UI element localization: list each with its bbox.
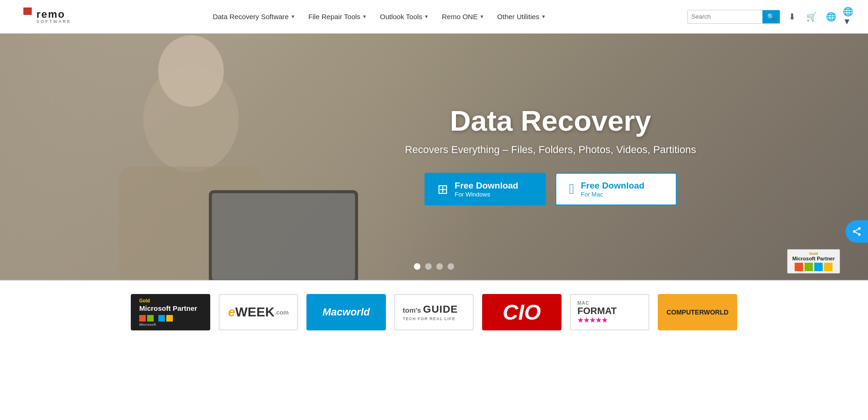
microsoft-partner-logo: Gold Microsoft Partner Microsoft xyxy=(131,294,210,330)
share-button[interactable] xyxy=(846,220,868,243)
mac-btn-main: Free Download xyxy=(581,181,644,191)
nav-item-file-repair[interactable]: File Repair Tools ▼ xyxy=(303,10,372,23)
svg-point-9 xyxy=(858,233,861,236)
download-icon[interactable]: ⬇ xyxy=(784,9,800,25)
microsoft-partner-badge: Gold Microsoft Partner xyxy=(787,249,840,273)
cio-logo: CIO xyxy=(482,294,562,330)
carousel-dot-2[interactable] xyxy=(425,263,432,270)
hero-section: Data Recovery Recovers Everything – File… xyxy=(0,34,868,280)
carousel-dot-3[interactable] xyxy=(436,263,443,270)
chevron-down-icon: ▼ xyxy=(291,14,295,19)
globe-icon[interactable]: 🌐 xyxy=(823,9,839,25)
language-dropdown-icon[interactable]: 🌐▼ xyxy=(843,9,859,25)
carousel-dots xyxy=(414,263,454,270)
svg-point-7 xyxy=(858,227,861,230)
windows-btn-main: Free Download xyxy=(455,181,518,191)
header: remo SOFTWARE Data Recovery Software ▼ F… xyxy=(0,0,868,34)
cart-icon[interactable]: 🛒 xyxy=(804,9,819,25)
logo[interactable]: remo SOFTWARE xyxy=(9,6,71,28)
windows-icon: ⊞ xyxy=(437,182,448,197)
carousel-dot-1[interactable] xyxy=(414,263,420,270)
nav-item-other-utilities[interactable]: Other Utilities ▼ xyxy=(491,10,551,23)
download-mac-button[interactable]:  Free Download For Mac xyxy=(555,173,676,205)
hero-subtitle: Recovers Everything – Files, Folders, Ph… xyxy=(405,144,696,156)
search-button[interactable]: 🔍 xyxy=(762,10,780,24)
svg-point-8 xyxy=(853,230,856,233)
hero-content: Data Recovery Recovers Everything – File… xyxy=(405,104,696,205)
download-windows-button[interactable]: ⊞ Free Download For Windows xyxy=(424,173,546,205)
chevron-down-icon: ▼ xyxy=(362,14,367,19)
main-nav: Data Recovery Software ▼ File Repair Too… xyxy=(71,10,687,23)
windows-btn-sub: For Windows xyxy=(455,191,518,198)
macformat-logo: Mac FORMAT ★★★★★ xyxy=(570,294,649,330)
hero-title: Data Recovery xyxy=(405,104,696,137)
mac-btn-sub: For Mac xyxy=(581,191,644,198)
brand-tagline: SOFTWARE xyxy=(36,20,71,24)
brand-name: remo xyxy=(36,9,71,20)
svg-line-11 xyxy=(855,229,858,231)
chevron-down-icon: ▼ xyxy=(479,14,484,19)
nav-item-outlook-tools[interactable]: Outlook Tools ▼ xyxy=(374,10,434,23)
carousel-dot-4[interactable] xyxy=(448,263,454,270)
remo-logo-icon xyxy=(9,6,34,28)
header-actions: 🔍 ⬇ 🛒 🌐 🌐▼ xyxy=(687,9,859,25)
svg-point-3 xyxy=(158,35,224,106)
svg-rect-6 xyxy=(212,193,355,280)
search-input[interactable] xyxy=(688,11,762,22)
share-icon xyxy=(852,226,862,237)
nav-item-data-recovery[interactable]: Data Recovery Software ▼ xyxy=(207,10,300,23)
partners-section: Gold Microsoft Partner Microsoft e WEEK … xyxy=(0,280,868,343)
tomsguide-logo: tom's GUIDE TECH FOR REAL LIFE xyxy=(394,294,474,330)
hero-buttons: ⊞ Free Download For Windows  Free Downl… xyxy=(405,173,696,205)
eweek-logo: e WEEK .com xyxy=(219,294,298,330)
chevron-down-icon: ▼ xyxy=(541,14,546,19)
svg-rect-1 xyxy=(23,7,32,15)
chevron-down-icon: ▼ xyxy=(424,14,429,19)
nav-item-remo-one[interactable]: Remo ONE ▼ xyxy=(436,10,490,23)
search-box[interactable]: 🔍 xyxy=(687,10,780,24)
svg-line-10 xyxy=(855,232,858,234)
computerworld-logo: COMPUTERWORLD xyxy=(658,294,737,330)
apple-icon:  xyxy=(569,181,574,197)
macworld-logo: Macworld xyxy=(306,294,386,330)
